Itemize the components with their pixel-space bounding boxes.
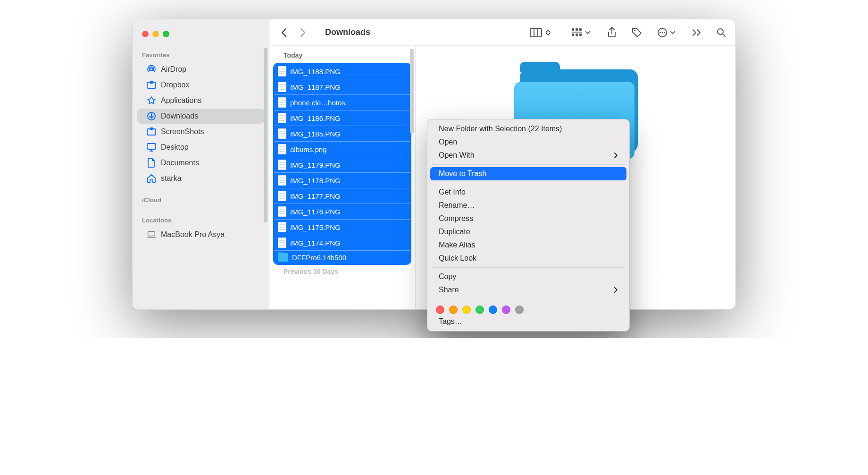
file-row[interactable]: IMG_1185.PNG bbox=[274, 126, 410, 141]
file-row[interactable]: phone cle…hotos. bbox=[274, 94, 410, 110]
file-name: IMG_1175.PNG bbox=[290, 223, 341, 231]
svg-rect-4 bbox=[147, 144, 156, 149]
search-button[interactable] bbox=[717, 28, 726, 37]
menu-rename[interactable]: Rename… bbox=[430, 199, 626, 212]
sidebar-item-desktop[interactable]: Desktop bbox=[137, 140, 264, 155]
file-row[interactable]: IMG_1175.PNG bbox=[274, 219, 410, 235]
menu-tags[interactable]: Tags… bbox=[430, 315, 626, 328]
column-scrollbar[interactable] bbox=[410, 49, 414, 134]
favorites-section-label: Favorites bbox=[133, 49, 269, 61]
file-name: IMG_1187.PNG bbox=[290, 83, 341, 91]
menu-move-to-trash[interactable]: Move to Trash bbox=[430, 167, 626, 180]
file-row[interactable]: IMG_1187.PNG bbox=[274, 79, 410, 94]
menu-get-info[interactable]: Get Info bbox=[430, 186, 626, 199]
sidebar-item-label: MacBook Pro Asya bbox=[161, 230, 225, 239]
window-title: Downloads bbox=[325, 27, 370, 37]
download-icon bbox=[147, 111, 156, 121]
chevron-right-icon bbox=[300, 28, 306, 37]
svg-rect-5 bbox=[148, 232, 155, 236]
menu-duplicate[interactable]: Duplicate bbox=[430, 225, 626, 238]
file-row[interactable]: IMG_1178.PNG bbox=[274, 172, 410, 188]
back-button[interactable] bbox=[279, 27, 289, 38]
locations-section-label: Locations bbox=[133, 214, 269, 227]
file-name: IMG_1186.PNG bbox=[290, 114, 341, 122]
file-name: IMG_1185.PNG bbox=[290, 130, 341, 138]
tag-color-dot[interactable] bbox=[502, 305, 510, 314]
menu-make-alias[interactable]: Make Alias bbox=[430, 238, 626, 252]
sidebar-item-label: Downloads bbox=[161, 112, 198, 120]
sidebar-item-downloads[interactable]: Downloads bbox=[137, 109, 264, 124]
svg-point-16 bbox=[634, 29, 635, 31]
file-thumbnail-icon bbox=[278, 175, 286, 186]
sidebar-item-screenshots[interactable]: ScreenShots bbox=[137, 124, 264, 139]
sidebar-item-dropbox[interactable]: Dropbox bbox=[137, 77, 264, 93]
file-row[interactable]: DFFPro6.14b500 bbox=[274, 250, 410, 264]
file-thumbnail-icon bbox=[278, 113, 286, 123]
share-icon bbox=[607, 27, 617, 38]
share-button[interactable] bbox=[607, 27, 617, 38]
menu-share[interactable]: Share bbox=[430, 283, 626, 297]
file-thumbnail-icon bbox=[278, 222, 286, 232]
window-controls bbox=[133, 29, 269, 49]
group-by-button[interactable] bbox=[571, 28, 590, 37]
chevron-right-icon bbox=[614, 287, 618, 293]
menu-open-with[interactable]: Open With bbox=[430, 149, 626, 162]
svg-point-18 bbox=[659, 32, 661, 33]
menu-copy[interactable]: Copy bbox=[430, 270, 626, 283]
chevron-left-icon bbox=[281, 28, 287, 37]
tag-color-dot[interactable] bbox=[489, 305, 497, 314]
sidebar-item-applications[interactable]: Applications bbox=[137, 93, 264, 108]
menu-quick-look[interactable]: Quick Look bbox=[430, 252, 626, 265]
file-row[interactable]: IMG_1177.PNG bbox=[274, 188, 410, 204]
overflow-button[interactable] bbox=[692, 29, 701, 36]
minimize-window-button[interactable] bbox=[152, 31, 159, 37]
svg-rect-9 bbox=[572, 28, 574, 31]
tag-color-dot[interactable] bbox=[449, 305, 458, 314]
menu-open[interactable]: Open bbox=[430, 136, 626, 149]
svg-point-20 bbox=[664, 32, 665, 33]
file-row[interactable]: IMG_1176.PNG bbox=[274, 204, 410, 219]
file-thumbnail-icon bbox=[278, 128, 286, 139]
sidebar-item-label: Dropbox bbox=[161, 81, 189, 89]
file-thumbnail-icon bbox=[278, 66, 286, 76]
file-row[interactable]: albums.png bbox=[274, 141, 410, 157]
sidebar-item-airdrop[interactable]: AirDrop bbox=[137, 62, 264, 77]
file-row[interactable]: IMG_1174.PNG bbox=[274, 235, 410, 250]
chevron-updown-icon bbox=[546, 30, 551, 35]
toolbar: Downloads bbox=[269, 19, 735, 46]
tag-color-dot[interactable] bbox=[515, 305, 524, 314]
tag-color-dot[interactable] bbox=[476, 305, 484, 314]
desktop-icon bbox=[147, 143, 156, 152]
sidebar: Favorites AirDrop Dropbox Applications D… bbox=[133, 19, 269, 309]
sidebar-item-label: ScreenShots bbox=[161, 127, 204, 136]
file-name: IMG_1174.PNG bbox=[290, 239, 341, 247]
tags-button[interactable] bbox=[632, 27, 642, 38]
sidebar-scrollbar[interactable] bbox=[264, 48, 267, 222]
menu-compress[interactable]: Compress bbox=[430, 212, 626, 225]
action-button[interactable] bbox=[657, 27, 675, 38]
svg-point-0 bbox=[150, 68, 153, 71]
context-menu: New Folder with Selection (22 Items) Ope… bbox=[427, 119, 630, 331]
menu-new-folder-with-selection[interactable]: New Folder with Selection (22 Items) bbox=[430, 122, 626, 136]
sidebar-item-documents[interactable]: Documents bbox=[137, 155, 264, 170]
zoom-window-button[interactable] bbox=[163, 31, 169, 37]
file-thumbnail-icon bbox=[278, 97, 286, 108]
chevron-down-icon bbox=[670, 31, 675, 34]
file-row[interactable]: IMG_1186.PNG bbox=[274, 110, 410, 126]
file-row[interactable]: IMG_1179.PNG bbox=[274, 157, 410, 172]
forward-button[interactable] bbox=[298, 27, 308, 38]
file-column: Today IMG_1188.PNGIMG_1187.PNGphone cle…… bbox=[269, 46, 416, 309]
file-thumbnail-icon bbox=[278, 206, 286, 217]
file-name: phone cle…hotos. bbox=[290, 99, 347, 107]
tag-color-dot[interactable] bbox=[436, 305, 444, 314]
tag-color-dot[interactable] bbox=[462, 305, 471, 314]
file-row[interactable]: IMG_1188.PNG bbox=[274, 64, 410, 79]
file-name: IMG_1188.PNG bbox=[290, 68, 341, 76]
sidebar-item-starka[interactable]: starka bbox=[137, 171, 264, 186]
file-name: IMG_1176.PNG bbox=[290, 208, 341, 216]
close-window-button[interactable] bbox=[142, 31, 149, 37]
view-columns-button[interactable] bbox=[530, 28, 551, 37]
file-thumbnail-icon bbox=[278, 160, 286, 170]
sidebar-item-macbook-pro-asya[interactable]: MacBook Pro Asya bbox=[137, 227, 264, 242]
sidebar-item-label: Desktop bbox=[161, 143, 189, 152]
